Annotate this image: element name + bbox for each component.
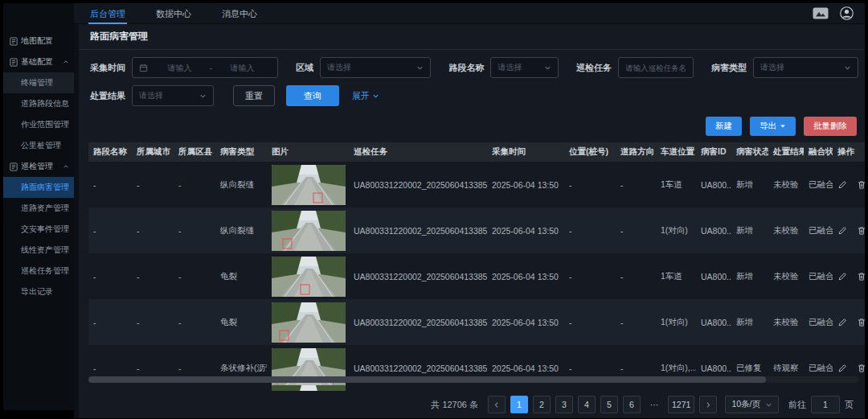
sidebar-item-线性资产管理[interactable]: 线性资产管理: [3, 240, 74, 261]
expand-link[interactable]: 展开: [352, 90, 379, 102]
caret-down-icon: [780, 123, 786, 129]
cell-disease_id: UA800...: [696, 345, 731, 391]
column-header: 路段名称: [88, 142, 132, 162]
sidebar-item-label: 路面病害管理: [21, 182, 69, 193]
page-button-2[interactable]: 2: [533, 396, 551, 413]
road-photo[interactable]: [272, 211, 346, 251]
cell-road_name: -: [88, 345, 132, 391]
screen-preview-icon[interactable]: [813, 7, 829, 19]
cell-disease_type: 条状修补(沥青): [215, 345, 267, 391]
pagination-total: 共 12706 条: [431, 399, 478, 411]
disease-type-select-placeholder: 请选择: [760, 62, 844, 73]
edit-icon[interactable]: [837, 226, 847, 236]
sidebar-item-路面病害管理[interactable]: 路面病害管理: [3, 177, 74, 198]
chevron-right-icon: [705, 401, 711, 409]
edit-icon[interactable]: [837, 272, 847, 281]
cell-result: 未校验: [768, 207, 804, 253]
sidebar-item-道路路段信息[interactable]: 道路路段信息: [3, 93, 74, 114]
sidebar-item-巡检管理[interactable]: 巡检管理: [3, 156, 74, 177]
page-button-6[interactable]: 6: [623, 396, 641, 413]
delete-icon[interactable]: [857, 226, 865, 236]
cell-lane: 1车道: [656, 162, 696, 207]
cell-district: -: [174, 345, 215, 391]
sidebar-item-作业范围管理[interactable]: 作业范围管理: [3, 114, 74, 135]
tab-message-center[interactable]: 消息中心: [220, 4, 259, 23]
goto-page-group: 前往 页: [788, 396, 854, 413]
page-number-buttons: 123456···1271: [510, 396, 694, 413]
cell-disease_type: 龟裂: [215, 299, 267, 345]
image-cell: [267, 253, 349, 299]
sidebar-item-label: 巡检任务管理: [21, 265, 69, 277]
sidebar-item-导出记录[interactable]: 导出记录: [3, 281, 74, 302]
batch-delete-button[interactable]: 批量删除: [804, 117, 857, 136]
page-size-select[interactable]: 10条/页: [725, 396, 779, 413]
horizontal-scrollbar[interactable]: [88, 376, 858, 383]
image-cell: [267, 162, 349, 207]
page-button-1271[interactable]: 1271: [668, 396, 694, 413]
road-photo[interactable]: [272, 385, 346, 391]
user-avatar-icon[interactable]: [840, 6, 854, 20]
cell-disease_id: UA800...: [696, 162, 731, 207]
reset-button[interactable]: 重置: [233, 85, 275, 106]
column-header: 病害ID: [696, 142, 731, 162]
page-button-5[interactable]: 5: [600, 396, 618, 413]
export-button[interactable]: 导出: [750, 117, 796, 136]
row-actions-cell: [833, 207, 865, 253]
create-button[interactable]: 新建: [706, 117, 742, 136]
edit-icon[interactable]: [837, 364, 847, 373]
collect-time-range-picker[interactable]: -: [132, 57, 278, 78]
cell-status: 已修复: [731, 345, 768, 391]
delete-icon[interactable]: [857, 272, 865, 281]
road-photo[interactable]: [272, 165, 346, 205]
page-button-4[interactable]: 4: [578, 396, 596, 413]
edit-icon[interactable]: [837, 318, 847, 327]
page-button-1[interactable]: 1: [510, 396, 528, 413]
scrollbar-thumb[interactable]: [88, 376, 766, 383]
delete-icon[interactable]: [857, 180, 865, 190]
goto-page-input[interactable]: [811, 396, 840, 413]
sidebar-item-交安事件管理[interactable]: 交安事件管理: [3, 219, 74, 240]
sidebar-item-地图配置[interactable]: 地图配置: [3, 31, 74, 51]
date-start-input[interactable]: [151, 63, 208, 73]
delete-icon[interactable]: [857, 364, 865, 373]
sidebar-item-公里桩管理[interactable]: 公里桩管理: [3, 135, 74, 156]
next-page-button[interactable]: [699, 396, 717, 413]
cell-fusion: 已融合: [804, 207, 833, 253]
column-header: 融合状态: [804, 142, 833, 162]
date-end-input[interactable]: [214, 63, 271, 73]
table-row: ---条状修补(沥青)UA800331220002_20250604133852…: [88, 345, 865, 391]
road-name-select[interactable]: 请选择: [490, 57, 559, 78]
disease-type-select[interactable]: 请选择: [753, 57, 858, 78]
page-button-3[interactable]: 3: [555, 396, 573, 413]
tab-backend-management[interactable]: 后台管理: [88, 4, 127, 23]
column-header: 采集时间: [487, 142, 564, 162]
result-select-placeholder: 请选择: [139, 90, 199, 101]
task-input[interactable]: [618, 57, 694, 78]
road-photo[interactable]: [272, 257, 346, 297]
more-pages-ellipsis[interactable]: ···: [645, 396, 663, 413]
sidebar-item-巡检任务管理[interactable]: 巡检任务管理: [3, 261, 74, 281]
sidebar-item-道路资产管理[interactable]: 道路资产管理: [3, 198, 74, 219]
sidebar-item-终端管理[interactable]: 终端管理: [3, 72, 74, 93]
content-panel: 路面病害管理 采集时间 -: [79, 24, 865, 418]
sidebar-item-label: 道路路段信息: [21, 98, 69, 109]
search-button[interactable]: 查询: [286, 85, 339, 106]
sidebar-item-基础配置[interactable]: 基础配置: [3, 51, 74, 72]
collect-time-label: 采集时间: [90, 62, 125, 74]
goto-suffix: 页: [845, 399, 854, 411]
edit-icon[interactable]: [837, 180, 847, 190]
column-header: 车道位置: [656, 142, 696, 162]
prev-page-button[interactable]: [488, 396, 506, 413]
cell-direction: -: [616, 299, 656, 345]
image-cell: [267, 299, 349, 345]
tab-data-center[interactable]: 数据中心: [154, 4, 193, 23]
region-select[interactable]: 请选择: [320, 57, 431, 78]
chevron-down-icon: [844, 60, 851, 75]
row-actions-cell: [833, 253, 865, 299]
table-row: ---龟裂UA800331220002_20250604133852059202…: [88, 253, 865, 299]
delete-icon[interactable]: [857, 318, 865, 327]
cell-direction: -: [616, 253, 656, 299]
road-photo[interactable]: [272, 302, 346, 343]
inspection-icon: [10, 162, 18, 171]
result-select[interactable]: 请选择: [132, 85, 214, 106]
